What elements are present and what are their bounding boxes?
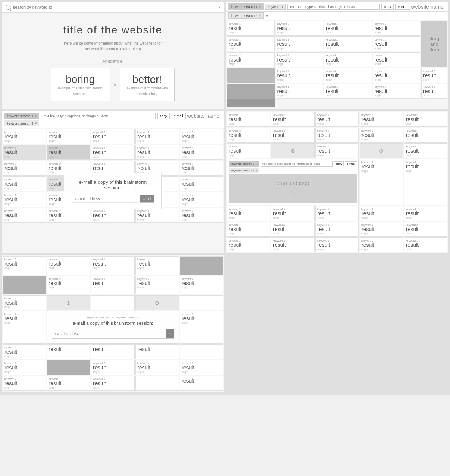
pin-icon: ⊙	[379, 148, 384, 154]
result-card: keyword 2resultorigin	[360, 159, 403, 205]
email-input-row: send	[72, 195, 154, 203]
drag-drop-large[interactable]: drag and drop ♡	[229, 174, 357, 203]
result-card: result	[180, 376, 223, 391]
kw-tag-p3-1[interactable]: keyword search 1 ×	[4, 113, 39, 119]
result-card: keyword 1resultorigin	[91, 256, 135, 275]
caption-input-p3[interactable]	[41, 113, 156, 119]
result-card: keyword 2resultorigin	[135, 129, 179, 144]
result-card: keyword 3resultorigin	[180, 129, 223, 144]
result-card: keyword 1resultorigin	[404, 206, 447, 221]
result-card: keyword 1resultorigin	[227, 112, 270, 127]
drag-drop-zone-2[interactable]	[227, 68, 275, 83]
mini-tag-1[interactable]: keyword search 1 ×	[229, 161, 260, 167]
search-input[interactable]	[13, 5, 218, 9]
drag-drop-zone-4[interactable]	[227, 99, 275, 107]
result-card	[180, 344, 223, 359]
result-card: result	[135, 344, 179, 359]
tag-close-icon-2[interactable]: ×	[259, 14, 261, 18]
comparison-arrow-icon: ›	[114, 81, 116, 89]
result-card: keyword 1resultorigin	[276, 36, 324, 51]
result-card: keyword 1resultorigin	[324, 21, 372, 36]
panel-zoomed-out: keyword 1resultorigin keyword 2resultori…	[226, 111, 448, 254]
result-card: keyword 2resultorigin	[180, 161, 223, 176]
tag-close-icon[interactable]: ×	[259, 5, 261, 9]
result-card: keyword 2resultorigin	[47, 145, 90, 160]
result-card: keyword 1resultorigin	[373, 68, 421, 83]
result-card: keyword 3resultorigin	[47, 276, 90, 294]
result-card: keyword 1resultorigin	[404, 237, 447, 252]
tag-x-2[interactable]: ×	[35, 121, 37, 125]
drag-drop-zone[interactable]: drag and drop	[421, 21, 447, 67]
panel3-top: keyword search 1 × copy e-mail website n…	[2, 111, 224, 128]
result-card: keyword 2resultorigin	[135, 276, 179, 294]
pin-cell: ⊙	[135, 295, 179, 310]
copy-button[interactable]: copy	[381, 4, 394, 10]
result-card: keyword 1resultorigin	[404, 128, 447, 143]
result-card: keyword 1resultorigin	[180, 311, 223, 344]
email-input[interactable]	[72, 195, 138, 203]
result-card: keyword 4resultorigin	[3, 295, 46, 310]
result-card	[91, 295, 135, 310]
mini-copy-btn[interactable]: copy	[334, 161, 344, 166]
result-card: keyword 1resultorigin	[276, 84, 324, 99]
mini-email-btn[interactable]: e-mail	[345, 161, 357, 166]
result-card: keyword 2resultorigin	[3, 192, 46, 207]
search-icon: ⊕	[291, 148, 295, 154]
result-card: keyword 1resultorigin	[91, 145, 135, 160]
panel-dark-grid: keyword 1resultorigin keyword 2resultori…	[2, 255, 224, 392]
heart-icon: ♡	[290, 189, 296, 197]
result-card: keyword 3resultorigin	[3, 344, 46, 359]
result-card: keyword 1resultorigin	[404, 159, 447, 205]
result-card: keyword 2resultorigin	[47, 256, 90, 275]
pin-icon-cell: ⊙	[360, 143, 403, 158]
result-card: keyword 2resultorigin	[324, 36, 372, 51]
overlay-title-bottom: e-mail a copy of this brainstorm session…	[73, 321, 153, 326]
result-card	[3, 276, 46, 294]
email-button[interactable]: e-mail	[395, 4, 410, 10]
send-arrow-icon[interactable]: ›	[166, 329, 174, 338]
result-card: keyword 1resultorigin	[315, 222, 359, 237]
top-bar-2: keyword search 2 × ⚬	[226, 12, 448, 20]
copy-btn-p3[interactable]: copy	[157, 113, 170, 119]
mini-tag-2[interactable]: keyword search 2 ×	[229, 168, 260, 173]
drag-drop-zone-3[interactable]	[227, 84, 275, 99]
result-card: keyword 2resultorigin	[3, 311, 46, 344]
result-card: keyword 4resultorigin	[135, 145, 179, 160]
result-card: keyword 1resultorigin	[180, 360, 223, 375]
search-bar[interactable]: ›	[2, 2, 224, 13]
email-input-bottom[interactable]	[52, 330, 166, 338]
result-card: keyword 1resultorigin	[180, 145, 223, 160]
result-card: keyword 3resultorigin	[3, 161, 46, 176]
result-card: keyword 1resultorigin	[373, 36, 421, 51]
search-arrow-icon: ›	[218, 4, 220, 10]
overlay-title: e-mail a copy of this brainstorm session…	[72, 179, 154, 190]
result-card: keyword 4resultorigin	[135, 360, 179, 375]
hero-title: title of the website	[63, 24, 162, 36]
mini-caption-input[interactable]	[261, 161, 333, 167]
keyword-tag-1[interactable]: keyword search 1 ×	[228, 3, 264, 10]
caption-input[interactable]	[287, 4, 380, 10]
result-card: keyword 1resultorigin	[271, 128, 315, 143]
result-card: keyword 2resultorigin	[404, 143, 447, 158]
keyword-tag-2[interactable]: keyword 1	[265, 4, 286, 10]
rotate-icon: ↺	[229, 59, 233, 65]
site-name-p3: website name	[187, 113, 222, 119]
mini-search-overlay: keyword search 1 × copy e-mail keyword s…	[227, 159, 359, 205]
drag-drop-label: drag and drop	[429, 36, 439, 53]
panel-email-overlay-1: keyword search 1 × copy e-mail website n…	[2, 111, 224, 254]
better-box: better! example of a comment with websit…	[120, 68, 175, 101]
email-btn-p3[interactable]: e-mail	[171, 113, 186, 119]
result-card: keyword 1resultorigin	[315, 206, 359, 221]
kw-tag-p3-2[interactable]: keyword search 2 ×	[4, 120, 39, 126]
keyword-tag-3[interactable]: keyword search 2 ×	[228, 12, 264, 19]
result-card: keyword 2resultorigin	[3, 376, 46, 391]
example-label: An example:	[102, 59, 123, 63]
result-card: keyword 4resultorigin	[3, 145, 46, 160]
email-input-row-bottom: ›	[52, 329, 174, 339]
result-card: keyword 2resultorigin	[404, 112, 447, 127]
result-card: keyword 1resultorigin	[47, 129, 90, 144]
send-button[interactable]: send	[140, 195, 154, 202]
tag-x[interactable]: ×	[35, 114, 37, 118]
result-card: keyword 1resultorigin	[373, 21, 421, 36]
result-card: keyword 2resultorigin	[91, 276, 135, 294]
